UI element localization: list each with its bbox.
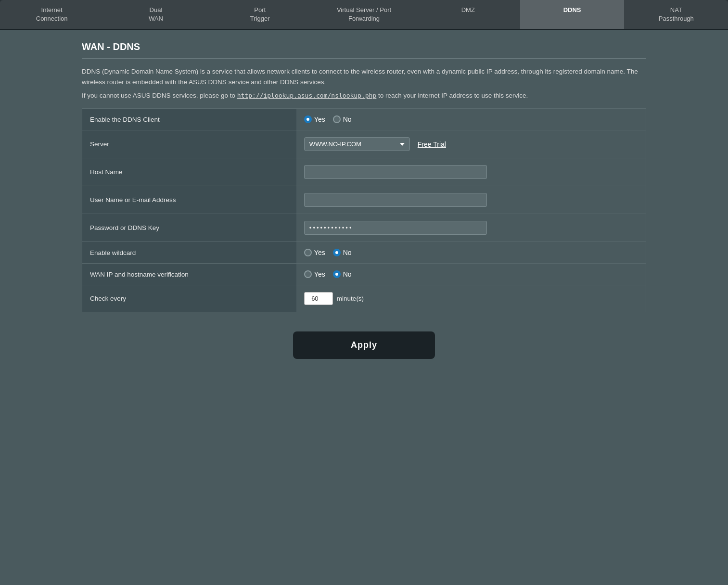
- label-host-name: Host Name: [82, 158, 296, 186]
- username-input[interactable]: [304, 193, 487, 207]
- tab-port-trigger[interactable]: Port Trigger: [208, 0, 312, 29]
- enable-ddns-no-text: No: [343, 115, 352, 123]
- wan-verify-yes-label[interactable]: Yes: [304, 270, 325, 278]
- wildcard-radio-group: Yes No: [304, 249, 638, 256]
- description-1: DDNS (Dynamic Domain Name System) is a s…: [82, 66, 646, 87]
- main-content: WAN - DDNS DDNS (Dynamic Domain Name Sys…: [72, 30, 656, 390]
- cell-username: [296, 186, 646, 214]
- row-username: User Name or E-mail Address: [82, 186, 646, 214]
- minutes-label: minute(s): [337, 295, 364, 302]
- wan-verification-radio-group: Yes No: [304, 270, 638, 278]
- tab-internet-connection[interactable]: Internet Connection: [0, 0, 104, 29]
- tab-nat-passthrough[interactable]: NAT Passthrough: [625, 0, 728, 29]
- page-title: WAN - DDNS: [82, 41, 646, 52]
- wan-verify-no-radio[interactable]: [333, 270, 341, 278]
- row-server: Server WWW.NO-IP.COM WWW.DYNDNS.ORG WWW.…: [82, 130, 646, 158]
- cell-wildcard: Yes No: [296, 242, 646, 264]
- section-divider: [82, 58, 646, 59]
- wan-verify-yes-radio[interactable]: [304, 270, 312, 278]
- password-input[interactable]: [304, 221, 487, 235]
- description-2: If you cannot use ASUS DDNS services, pl…: [82, 90, 646, 101]
- settings-table: Enable the DDNS Client Yes No: [82, 108, 646, 312]
- cell-host-name: [296, 158, 646, 186]
- wan-verify-no-label[interactable]: No: [333, 270, 352, 278]
- wan-verify-no-text: No: [343, 270, 352, 278]
- row-host-name: Host Name: [82, 158, 646, 186]
- enable-ddns-radio-group: Yes No: [304, 115, 638, 123]
- row-wildcard: Enable wildcard Yes No: [82, 242, 646, 264]
- server-cell: WWW.NO-IP.COM WWW.DYNDNS.ORG WWW.ASUS.CO…: [304, 137, 638, 151]
- wildcard-yes-label[interactable]: Yes: [304, 249, 325, 256]
- top-navigation: Internet Connection Dual WAN Port Trigge…: [0, 0, 728, 30]
- description-2-suffix: to reach your internet IP address to use…: [376, 92, 528, 99]
- check-every-cell: minute(s): [304, 292, 638, 305]
- wildcard-yes-text: Yes: [314, 249, 325, 256]
- cell-enable-ddns: Yes No: [296, 109, 646, 130]
- free-trial-link[interactable]: Free Trial: [418, 140, 446, 148]
- tab-dual-wan[interactable]: Dual WAN: [104, 0, 208, 29]
- wildcard-no-radio[interactable]: [333, 249, 341, 256]
- enable-ddns-no-radio[interactable]: [333, 115, 341, 123]
- cell-wan-verification: Yes No: [296, 264, 646, 285]
- tab-ddns[interactable]: DDNS: [520, 0, 624, 29]
- label-password: Password or DDNS Key: [82, 214, 296, 242]
- description-2-prefix: If you cannot use ASUS DDNS services, pl…: [82, 92, 237, 99]
- apply-button[interactable]: Apply: [293, 331, 435, 359]
- enable-ddns-no-label[interactable]: No: [333, 115, 352, 123]
- server-select[interactable]: WWW.NO-IP.COM WWW.DYNDNS.ORG WWW.ASUS.CO…: [304, 137, 410, 151]
- iplookup-link[interactable]: http://iplookup.asus.com/nslookup.php: [237, 92, 377, 99]
- label-check-every: Check every: [82, 285, 296, 312]
- row-enable-ddns: Enable the DDNS Client Yes No: [82, 109, 646, 130]
- cell-server: WWW.NO-IP.COM WWW.DYNDNS.ORG WWW.ASUS.CO…: [296, 130, 646, 158]
- host-name-input[interactable]: [304, 165, 487, 179]
- tab-virtual-server[interactable]: Virtual Server / Port Forwarding: [312, 0, 416, 29]
- check-every-input[interactable]: [304, 292, 333, 305]
- enable-ddns-yes-label[interactable]: Yes: [304, 115, 325, 123]
- label-username: User Name or E-mail Address: [82, 186, 296, 214]
- row-password: Password or DDNS Key: [82, 214, 646, 242]
- wildcard-no-label[interactable]: No: [333, 249, 352, 256]
- label-server: Server: [82, 130, 296, 158]
- cell-password: [296, 214, 646, 242]
- wan-verify-yes-text: Yes: [314, 270, 325, 278]
- row-wan-verification: WAN IP and hostname verification Yes No: [82, 264, 646, 285]
- cell-check-every: minute(s): [296, 285, 646, 312]
- enable-ddns-yes-radio[interactable]: [304, 115, 312, 123]
- apply-section: Apply: [82, 331, 646, 378]
- row-check-every: Check every minute(s): [82, 285, 646, 312]
- wildcard-yes-radio[interactable]: [304, 249, 312, 256]
- tab-dmz[interactable]: DMZ: [416, 0, 520, 29]
- label-wildcard: Enable wildcard: [82, 242, 296, 264]
- label-wan-verification: WAN IP and hostname verification: [82, 264, 296, 285]
- wildcard-no-text: No: [343, 249, 352, 256]
- enable-ddns-yes-text: Yes: [314, 115, 325, 123]
- label-enable-ddns: Enable the DDNS Client: [82, 109, 296, 130]
